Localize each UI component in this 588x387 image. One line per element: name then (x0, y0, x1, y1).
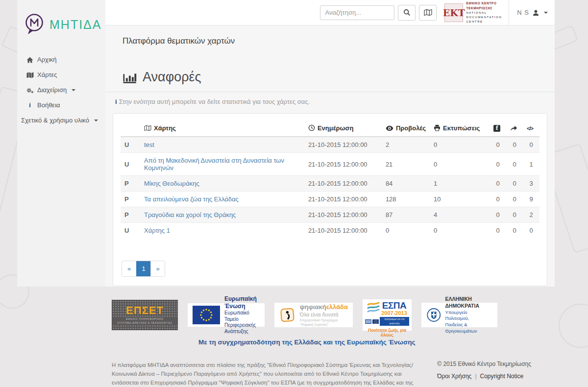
facebook-icon: f (493, 125, 500, 132)
share-count-cell: 0 (506, 223, 523, 239)
sidebar-item-label: Βοήθεια (37, 101, 60, 109)
content-area: Πλατφόρμα θεματικών χαρτών Αναφορές iΣτη… (105, 25, 555, 287)
facebook-count-cell: 0 (490, 192, 506, 207)
footer-description: Η πλατφόρμα ΜΗΤΙΔΑ αναπτύσσεται στο πλαί… (112, 361, 416, 387)
eu-logo[interactable]: Ευρωπαϊκή Ένωση Ευρωπαϊκό Ταμείο Περιφερ… (188, 303, 265, 327)
page: ΜΗΤΙΔΑ Αρχική Χάρτες (0, 0, 588, 387)
main-area: ΕΚΤ ΕΘΝΙΚΟ ΚΕΝΤΡΟ ΤΕΚΜΗΡΙΩΣΗΣ NATIONAL D… (105, 0, 555, 287)
search-button[interactable] (398, 5, 416, 21)
separator: | (475, 373, 476, 380)
updated-column-header: Ενημέρωση (304, 120, 382, 137)
status-badge: U (121, 223, 140, 239)
share-count-cell: 0 (506, 192, 523, 207)
divider (105, 92, 555, 92)
gears-icon (26, 86, 34, 94)
cofinance-note: Με τη συγχρηματοδότηση της Ελλάδας και τ… (198, 339, 588, 346)
pagination-page-1-button[interactable]: 1 (136, 261, 150, 276)
table-row: P Τα απειλούμενα ζώα της Ελλάδας 21-10-2… (121, 192, 539, 207)
sidebar-item-label: Διαχείριση (37, 86, 67, 94)
embed-count-cell: 0 (523, 223, 539, 239)
sidebar-item-maps[interactable]: Χάρτες (26, 67, 105, 82)
share-icon (510, 125, 517, 131)
embed-count-cell: 0 (523, 137, 539, 153)
user-menu[interactable]: N S (509, 0, 555, 25)
copyright-text: © 2015 Εθνικό Κέντρο Τεκμηρίωσης (437, 361, 531, 367)
code-icon: </> (527, 125, 533, 131)
terms-link[interactable]: Όροι Χρήσης (437, 373, 471, 380)
copyright-notice-link[interactable]: Copyright Notice (480, 373, 524, 380)
share-count-cell: 0 (506, 153, 523, 176)
map-link[interactable]: Τα απειλούμενα ζώα της Ελλάδας (144, 195, 239, 203)
reports-card: Χάρτης Ενημέρωση Προβολές Εκτυπώσεις (113, 113, 547, 286)
app-logo[interactable]: ΜΗΤΙΔΑ (17, 0, 105, 45)
pagination-next-button[interactable]: » (150, 261, 165, 276)
eu-flag-icon (372, 319, 379, 324)
facebook-column-header: f (490, 120, 506, 137)
views-cell: 84 (382, 176, 430, 192)
updated-cell: 21-10-2015 12:00:00 (304, 192, 382, 207)
digital-greece-logo[interactable]: ψηφιακήελλάδα Όλα είναι δυνατά Επιχειρησ… (274, 303, 353, 327)
sidebar-item-label: Χάρτες (37, 71, 57, 78)
ekt-logo-mark: ΕΚΤ (444, 3, 463, 22)
page-title: Αναφορές (143, 70, 201, 85)
map-icon (26, 71, 34, 78)
espa-logo[interactable]: ΕΣΠΑ 2007-2013 πρόγραμμα για την ανάπτυξ… (363, 299, 412, 331)
hellenic-republic-logo[interactable]: ΕΛΛΗΝΙΚΗ ΔΗΜΟΚΡΑΤΙΑ Υπουργείο Πολιτισμού… (421, 303, 497, 327)
views-cell: 87 (382, 207, 430, 223)
map-icon (144, 125, 151, 131)
info-icon: i (26, 101, 34, 109)
sidebar-item-home[interactable]: Αρχική (26, 52, 105, 67)
map-link[interactable]: Χάρτης 1 (144, 227, 170, 234)
status-badge: P (121, 192, 140, 207)
table-row: P Τραγούδια και χοροί της Θράκης 21-10-2… (121, 207, 539, 223)
caret-down-icon (544, 12, 548, 14)
ekt-logo-text: ΕΘΝΙΚΟ ΚΕΝΤΡΟ ΤΕΚΜΗΡΙΩΣΗΣ NATIONAL DOCUM… (466, 1, 502, 24)
table-row: U test 21-10-2015 12:00:00 2 0 0 0 0 (121, 137, 539, 153)
footer-bottom: Η πλατφόρμα ΜΗΤΙΔΑ αναπτύσσεται στο πλαί… (112, 361, 531, 387)
sidebar-item-help[interactable]: i Βοήθεια (26, 97, 105, 113)
epset-logo[interactable]: ΕΠΣΕΤ ΕΘΝΙΚΟ ΠΛΗΡΟΦΟΡΙΑΚΟ ΣΥΣΤΗΜΑ ΕΡΕΥΝΑ… (112, 300, 178, 330)
pagination-prev-button[interactable]: « (122, 261, 136, 276)
ekt-logo[interactable]: ΕΚΤ ΕΘΝΙΚΟ ΚΕΝΤΡΟ ΤΕΚΜΗΡΙΩΣΗΣ NATIONAL D… (444, 1, 502, 24)
map-view-button[interactable] (419, 5, 437, 21)
sidebar-nav: Αρχική Χάρτες (17, 45, 105, 128)
map-link[interactable]: Από τη Μακεδονική Δυναστεία στη Δυναστεί… (144, 157, 284, 171)
table-row: U Χάρτης 1 21-10-2015 12:00:00 0 0 0 0 0 (121, 223, 539, 239)
sidebar-item-label: Αρχική (37, 56, 57, 63)
sidebar-item-related-material[interactable]: Σχετικό & χρήσιμο υλικό (21, 113, 105, 128)
caret-down-icon (72, 89, 75, 91)
map-icon (424, 9, 432, 16)
printer-icon (434, 124, 441, 131)
hellenic-republic-emblem-icon (426, 305, 441, 325)
platform-title: Πλατφόρμα θεματικών χαρτών (122, 36, 547, 46)
prints-column-header: Εκτυπώσεις (430, 120, 490, 137)
views-cell: 21 (382, 153, 430, 176)
info-icon: i (115, 98, 117, 105)
updated-cell: 21-10-2015 12:00:00 (304, 207, 382, 223)
updated-cell: 21-10-2015 12:00:00 (304, 153, 382, 176)
prints-cell: 1 (430, 176, 490, 192)
eu-flag-icon (193, 306, 220, 324)
map-link[interactable]: Τραγούδια και χοροί της Θράκης (144, 211, 236, 218)
embed-count-cell: 2 (523, 207, 539, 223)
digital-greece-icon (279, 305, 295, 325)
map-link[interactable]: Μίκης Θεοδωράκης (144, 180, 199, 187)
prints-cell: 0 (430, 153, 490, 176)
search-input[interactable] (320, 5, 394, 20)
facebook-count-cell: 0 (490, 176, 506, 192)
user-icon (532, 9, 539, 16)
reports-table: Χάρτης Ενημέρωση Προβολές Εκτυπώσεις (121, 120, 539, 238)
share-count-cell: 0 (506, 176, 523, 192)
facebook-count-cell: 0 (490, 153, 506, 176)
map-link[interactable]: test (144, 141, 154, 148)
sidebar-item-admin[interactable]: Διαχείριση (26, 82, 105, 97)
prints-cell: 4 (430, 207, 490, 223)
status-badge: U (121, 153, 140, 176)
footer-legal: © 2015 Εθνικό Κέντρο Τεκμηρίωσης Όροι Χρ… (437, 361, 531, 387)
status-badge: U (121, 137, 140, 153)
views-cell: 0 (382, 223, 430, 239)
views-cell: 2 (382, 137, 430, 153)
app-container: ΜΗΤΙΔΑ Αρχική Χάρτες (17, 0, 555, 287)
share-column-header (506, 120, 523, 137)
prints-cell: 0 (430, 223, 490, 239)
